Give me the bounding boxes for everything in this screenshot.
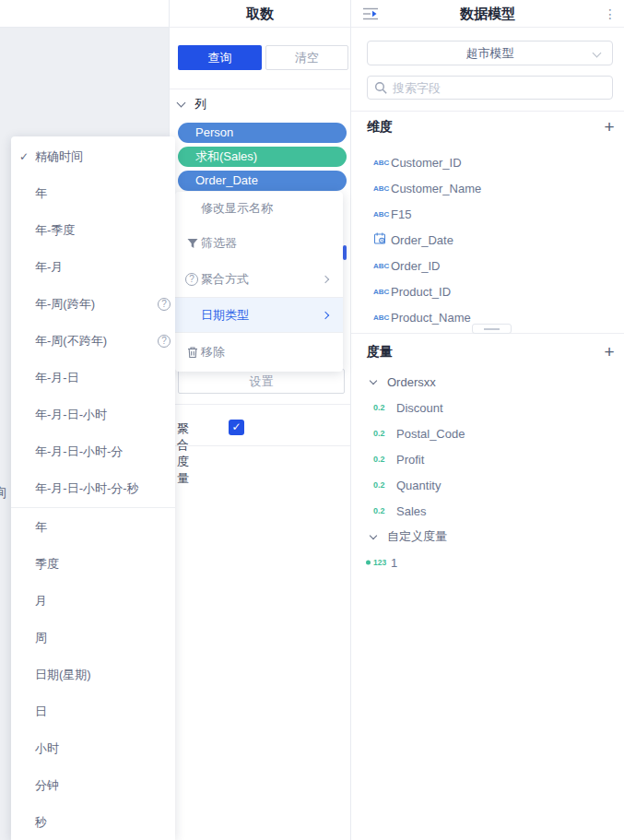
model-select-value: 超市模型 [368,41,612,65]
date-type-option-label: 年 [35,185,47,202]
aggregate-measure-label: 聚合度量 [177,420,189,487]
text-field-icon: ABC [373,314,389,322]
date-type-option[interactable]: 年 [11,509,175,546]
date-type-option-label: 年-季度 [35,222,75,239]
trash-icon [186,346,199,359]
field-context-menu: 修改显示名称 筛选器 ? 聚合方式 日期类型 移除 [175,192,343,372]
date-type-option[interactable]: 秒 [11,804,175,840]
field-name: 1 [391,556,397,570]
funnel-icon [186,237,199,250]
date-type-option-label: 年-周(不跨年) [35,333,107,349]
clipped-background-text: 询 [0,485,6,502]
measure-group-name: 自定义度量 [387,528,447,545]
fetch-panel: 取数 查询 清空 列 Person 求和(Sales) Order_Date 设… [169,0,351,840]
help-icon[interactable]: ? [158,335,171,348]
measure-row[interactable]: 0.2 Discount [351,395,624,420]
menu-item-filter-label: 筛选器 [201,235,237,252]
date-type-option[interactable]: 周 [11,620,175,657]
chevron-right-icon [322,276,329,283]
date-type-option[interactable]: 年-月-日-小时 [11,396,175,433]
measure-row[interactable]: 0.2 Quantity [351,472,624,498]
measure-row[interactable]: 0.2 Profit [351,446,624,472]
date-type-option-label: 周 [35,630,47,646]
field-pill-person[interactable]: Person [178,123,347,143]
text-field-icon: ABC [373,210,389,219]
menu-item-rename[interactable]: 修改显示名称 [175,192,343,225]
field-pill-sum-sales[interactable]: 求和(Sales) [178,147,347,167]
date-type-option[interactable]: 年-周(不跨年) ? [11,323,175,360]
chevron-right-icon [322,311,329,318]
data-model-panel: 数据模型 ⋮ 超市模型 维度 + ABC Customer_ID ABC Cus… [351,0,624,840]
menu-item-remove[interactable]: 移除 [175,333,343,372]
date-type-option[interactable]: 分钟 [11,767,175,804]
field-pill-order-date[interactable]: Order_Date [178,171,347,191]
date-type-option[interactable]: 年-月-日 [11,360,175,396]
settings-button[interactable]: 设置 [178,369,345,394]
date-type-option[interactable]: 小时 [11,730,175,767]
measures-header: 度量 [367,344,393,361]
field-name: Customer_ID [391,156,462,170]
dimension-row[interactable]: ABC F15 [351,201,624,227]
date-type-option[interactable]: 日期(星期) [11,657,175,693]
field-name: Quantity [396,479,441,492]
numeric-field-icon: 0.2 [373,403,385,412]
date-type-option[interactable]: 日 [11,693,175,730]
field-name: Profit [396,453,424,467]
dimension-row[interactable]: ABC Customer_ID [351,149,624,175]
date-type-option[interactable]: 年-周(跨年) ? [11,286,175,323]
date-type-option[interactable]: ✓ 精确时间 [11,138,175,175]
help-icon[interactable]: ? [158,298,171,311]
menu-item-date-type[interactable]: 日期类型 [175,298,343,332]
model-select[interactable]: 超市模型 [367,41,613,65]
collapse-panel-icon[interactable] [362,6,379,21]
more-options-icon[interactable]: ⋮ [604,6,617,22]
numeric-field-icon: 0.2 [373,429,385,438]
dimension-row[interactable]: ABC Customer_Name [351,175,624,201]
date-type-option-label: 小时 [35,740,59,757]
help-icon: ? [185,273,198,286]
chevron-down-icon [370,377,377,385]
dimensions-header: 维度 [367,119,393,136]
date-type-option-label: 日 [35,704,47,720]
text-field-icon: ABC [373,288,389,296]
date-type-option-label: 年 [35,519,47,536]
dimension-row[interactable]: ABC Order_ID [351,253,624,278]
measure-group-row[interactable]: 自定义度量 [351,524,624,550]
aggregate-measure-checkbox[interactable]: ✓ [229,420,244,435]
calculated-measure-row[interactable]: 123 1 [351,550,624,575]
date-type-option-label: 月 [35,593,47,609]
date-type-submenu: ✓ 精确时间 年 年-季度 年-月 年-周(跨年) ? 年-周(不跨年) ? 年… [11,136,175,840]
field-name: Discount [396,401,443,415]
date-type-option[interactable]: 月 [11,583,175,620]
date-type-option[interactable]: 年 [11,175,175,212]
date-type-option[interactable]: 季度 [11,546,175,583]
dimension-row[interactable]: Order_Date [351,227,624,253]
date-type-option[interactable]: 年-月-日-小时-分 [11,433,175,470]
menu-item-aggregation-label: 聚合方式 [201,271,249,288]
add-measure-icon[interactable]: + [602,345,617,360]
date-type-option[interactable]: 年-月 [11,249,175,286]
search-input[interactable] [393,77,605,98]
add-dimension-icon[interactable]: + [602,120,617,135]
date-type-option-label: 年-月-日 [35,370,79,386]
menu-item-aggregation[interactable]: ? 聚合方式 [175,262,343,297]
measure-row[interactable]: 0.2 Postal_Code [351,420,624,446]
clear-button[interactable]: 清空 [265,45,348,70]
search-icon [374,81,388,98]
field-name: Sales [396,504,427,518]
field-name: Order_ID [391,259,440,273]
date-type-option[interactable]: 年-月-日-小时-分-秒 [11,470,175,507]
date-type-option[interactable]: 年-季度 [11,212,175,249]
scrollbar-thumb[interactable] [343,245,347,260]
chevron-down-icon [177,99,186,108]
measure-row[interactable]: 0.2 Sales [351,498,624,524]
check-icon: ✓ [19,150,29,163]
section-resize-handle[interactable] [472,324,512,334]
date-type-option-label: 年-月-日-小时-分-秒 [35,480,139,497]
query-button[interactable]: 查询 [178,45,262,70]
dimension-row[interactable]: ABC Product_ID [351,278,624,304]
menu-item-filter[interactable]: 筛选器 [175,225,343,262]
text-field-icon: ABC [373,184,389,193]
divider [170,445,350,446]
measure-group-row[interactable]: Ordersxx [351,369,624,395]
